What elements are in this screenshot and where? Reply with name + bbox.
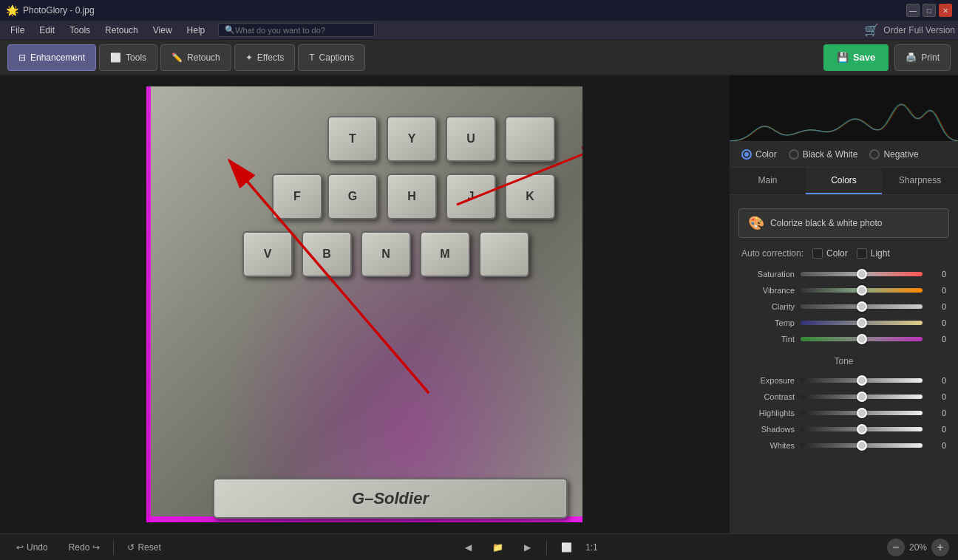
right-panel: Color Black & White Negative Main Colors… <box>729 75 958 533</box>
contrast-label: Contrast <box>741 392 795 401</box>
close-button[interactable]: ✕ <box>939 4 952 17</box>
main-area: T Y U F G H J K V B N M G–Soldier <box>0 75 958 533</box>
effects-icon: ✦ <box>245 52 253 63</box>
menu-view[interactable]: View <box>146 23 180 38</box>
menu-tools[interactable]: Tools <box>62 23 98 38</box>
colorize-label: Colorize black & white photo <box>770 218 882 228</box>
zoom-out-button[interactable]: − <box>887 539 905 556</box>
tint-slider[interactable] <box>801 337 923 341</box>
vibrance-row: Vibrance 0 <box>730 282 958 298</box>
light-check-label: Light <box>871 248 890 259</box>
tab-main[interactable]: Main <box>730 168 806 194</box>
search-box[interactable]: 🔍 <box>218 23 375 37</box>
retouch-button[interactable]: ✏️ Retouch <box>160 44 231 71</box>
zoom-in-button[interactable]: + <box>931 539 949 556</box>
main-toolbar: ⊟ Enhancement ⬜ Tools ✏️ Retouch ✦ Effec… <box>0 40 958 75</box>
maximize-button[interactable]: □ <box>923 4 936 17</box>
fullscreen-button[interactable]: ⬜ <box>556 537 577 558</box>
contrast-slider[interactable] <box>801 395 923 399</box>
print-button[interactable]: 🖨️ Print <box>894 44 951 71</box>
captions-button[interactable]: T Captions <box>298 44 365 71</box>
prev-button[interactable]: ◀ <box>458 537 478 558</box>
zoom-value: 20% <box>909 542 927 553</box>
temp-label: Temp <box>741 318 795 327</box>
tools-button[interactable]: ⬜ Tools <box>99 44 157 71</box>
whites-slider[interactable] <box>801 443 923 448</box>
effects-button[interactable]: ✦ Effects <box>234 44 295 71</box>
reset-label: Reset <box>137 542 160 553</box>
order-full-version[interactable]: 🛒 Order Full Version <box>864 23 955 37</box>
shadows-row: Shadows 0 <box>730 421 958 437</box>
tone-section-title: Tone <box>730 350 958 369</box>
bottom-center: ◀ 📁 ▶ ⬜ 1:1 <box>174 537 881 558</box>
canvas-area[interactable]: T Y U F G H J K V B N M G–Soldier <box>0 75 729 533</box>
mode-selector: Color Black & White Negative <box>730 142 958 168</box>
key-g: G <box>327 174 378 219</box>
menu-help[interactable]: Help <box>180 23 213 38</box>
key-y: Y <box>387 116 437 162</box>
temp-value: 0 <box>928 318 946 327</box>
color-checkbox[interactable]: Color <box>812 248 848 259</box>
order-label: Order Full Version <box>883 25 955 35</box>
histogram <box>730 75 958 142</box>
menu-edit[interactable]: Edit <box>32 23 62 38</box>
negative-mode-option[interactable]: Negative <box>869 149 918 160</box>
temp-slider[interactable] <box>801 321 923 325</box>
light-checkbox[interactable]: Light <box>857 248 890 259</box>
color-check-label: Color <box>826 248 848 259</box>
whites-label: Whites <box>741 441 795 450</box>
save-button[interactable]: 💾 Save <box>823 44 889 71</box>
title-bar-buttons: — □ ✕ <box>906 4 952 17</box>
auto-correction-row: Auto correction: Color Light <box>730 244 958 263</box>
colorize-button[interactable]: 🎨 Colorize black & white photo <box>738 208 949 238</box>
exposure-value: 0 <box>928 376 946 385</box>
exposure-slider[interactable] <box>801 378 923 383</box>
app-title: PhotoGlory - 0.jpg <box>23 5 95 16</box>
contrast-value: 0 <box>928 392 946 401</box>
tint-label: Tint <box>741 335 795 344</box>
temp-thumb <box>857 318 867 328</box>
exposure-row: Exposure 0 <box>730 372 958 389</box>
histogram-canvas <box>730 75 958 141</box>
color-radio[interactable] <box>741 149 752 160</box>
title-bar-left: 🌟 PhotoGlory - 0.jpg <box>6 4 95 16</box>
key-h: H <box>387 174 437 219</box>
reset-icon: ↺ <box>127 542 135 553</box>
clarity-slider[interactable] <box>801 304 923 309</box>
whites-row: Whites 0 <box>730 437 958 454</box>
color-check-box[interactable] <box>812 248 823 259</box>
highlights-slider[interactable] <box>801 411 923 415</box>
reset-button[interactable]: ↺ Reset <box>120 540 168 555</box>
shadows-value: 0 <box>928 425 946 434</box>
saturation-thumb <box>857 269 867 279</box>
menu-retouch[interactable]: Retouch <box>98 23 146 38</box>
next-button[interactable]: ▶ <box>517 537 537 558</box>
whites-value: 0 <box>928 441 946 450</box>
saturation-slider[interactable] <box>801 272 923 276</box>
clarity-thumb <box>857 301 867 312</box>
key-comma <box>479 231 529 277</box>
shadows-thumb <box>857 424 867 434</box>
minimize-button[interactable]: — <box>906 4 920 17</box>
bw-radio[interactable] <box>789 149 799 160</box>
color-mode-option[interactable]: Color <box>741 149 777 160</box>
negative-radio[interactable] <box>869 149 880 160</box>
undo-button[interactable]: ↩ Undo <box>9 540 55 555</box>
contrast-thumb <box>857 392 867 402</box>
tab-sharpness[interactable]: Sharpness <box>882 168 958 194</box>
enhancement-button[interactable]: ⊟ Enhancement <box>7 44 96 71</box>
light-check-box[interactable] <box>857 248 867 259</box>
menu-file[interactable]: File <box>3 23 32 38</box>
key-f: F <box>272 174 322 219</box>
search-input[interactable] <box>235 26 368 35</box>
highlights-row: Highlights 0 <box>730 405 958 421</box>
shadows-slider[interactable] <box>801 427 923 431</box>
clarity-row: Clarity 0 <box>730 298 958 315</box>
folder-button[interactable]: 📁 <box>487 537 508 558</box>
vibrance-slider[interactable] <box>801 288 923 293</box>
bw-mode-option[interactable]: Black & White <box>789 149 858 160</box>
tab-colors[interactable]: Colors <box>806 168 882 194</box>
redo-button[interactable]: Redo ↪ <box>61 540 108 555</box>
cart-icon: 🛒 <box>864 23 879 37</box>
saturation-value: 0 <box>928 270 946 279</box>
